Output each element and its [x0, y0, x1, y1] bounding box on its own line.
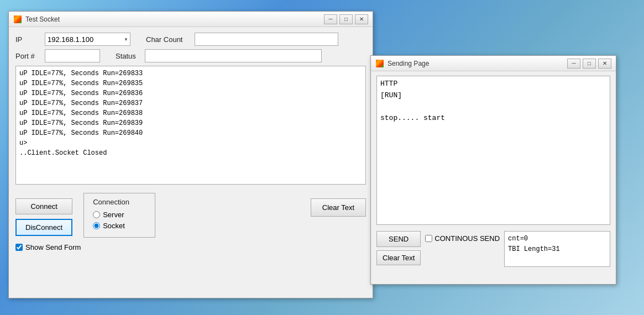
send-controls: SEND Clear Text CONTINOUS SEND cnt=0 TBI…: [376, 231, 610, 267]
sending-body: HTTP [RUN] stop..... start SEND Clear Te…: [371, 71, 616, 271]
test-socket-title: Test Socket: [25, 15, 324, 23]
test-socket-window: Test Socket ─ □ ✕ IP 192.168.1.100 127.0…: [8, 11, 373, 298]
disconnect-button[interactable]: DisConnect: [15, 219, 72, 236]
server-label: Server: [103, 211, 124, 219]
ip-row: IP 192.168.1.100 127.0.0.1 192.168.1.1 C…: [15, 33, 366, 46]
connection-title: Connection: [93, 198, 146, 206]
show-send-form-label[interactable]: Show Send Form: [15, 243, 366, 251]
sending-maximize-button[interactable]: □: [583, 59, 596, 69]
server-radio[interactable]: [93, 211, 100, 218]
clear-text-button[interactable]: Clear Text: [311, 198, 366, 217]
close-button[interactable]: ✕: [355, 14, 368, 24]
send-buttons-col: SEND Clear Text: [376, 231, 421, 265]
sending-close-button[interactable]: ✕: [598, 59, 611, 69]
connect-button[interactable]: Connect: [15, 198, 72, 214]
socket-radio[interactable]: [93, 222, 100, 229]
char-count-label: Char Count: [146, 35, 190, 44]
port-input[interactable]: 800: [45, 49, 100, 62]
ip-select[interactable]: 192.168.1.100 127.0.0.1 192.168.1.1: [45, 33, 130, 46]
send-button[interactable]: SEND: [376, 231, 421, 247]
status-input[interactable]: Connected, Remote IP=192.168.1.100:800: [145, 49, 322, 62]
test-socket-titlebar[interactable]: Test Socket ─ □ ✕: [9, 12, 373, 27]
sending-page-icon: [375, 59, 384, 68]
show-send-form-checkbox[interactable]: [15, 244, 23, 251]
char-count-input[interactable]: 232: [195, 33, 338, 46]
port-row: Port # 800 Status Connected, Remote IP=1…: [15, 49, 366, 62]
continous-send-checkbox[interactable]: [425, 235, 432, 242]
continous-send-label[interactable]: CONTINOUS SEND: [425, 234, 500, 243]
server-radio-label[interactable]: Server: [93, 211, 146, 219]
clear-text-wrapper: Clear Text: [311, 198, 366, 217]
send-info-box: cnt=0 TBI Length=31: [504, 231, 610, 267]
port-label: Port #: [15, 52, 40, 60]
minimize-button[interactable]: ─: [324, 14, 337, 24]
status-label: Status: [116, 52, 140, 60]
window-controls: ─ □ ✕: [324, 14, 368, 24]
send-textarea[interactable]: HTTP [RUN] stop..... start: [376, 76, 610, 225]
sending-window-controls: ─ □ ✕: [567, 59, 611, 69]
continous-send-text: CONTINOUS SEND: [434, 234, 500, 243]
continous-col: CONTINOUS SEND: [425, 232, 500, 243]
socket-radio-label[interactable]: Socket: [93, 222, 146, 230]
show-send-form-text: Show Send Form: [25, 243, 81, 251]
sending-clear-text-button[interactable]: Clear Text: [376, 250, 421, 265]
bottom-controls: Connect DisConnect Connection Server Soc…: [15, 193, 366, 238]
log-textarea[interactable]: uP IDLE=77%, Seconds Run=269833 uP IDLE=…: [15, 66, 366, 185]
test-socket-icon: [13, 15, 22, 24]
sending-page-title: Sending Page: [388, 60, 567, 67]
sending-minimize-button[interactable]: ─: [567, 59, 580, 69]
test-socket-body: IP 192.168.1.100 127.0.0.1 192.168.1.1 C…: [9, 27, 373, 257]
info-line2: TBI Length=31: [508, 244, 606, 255]
socket-label: Socket: [103, 222, 125, 230]
sending-page-window: Sending Page ─ □ ✕ HTTP [RUN] stop..... …: [370, 55, 616, 285]
info-line1: cnt=0: [508, 234, 606, 244]
maximize-button[interactable]: □: [339, 14, 353, 24]
ip-select-wrapper: 192.168.1.100 127.0.0.1 192.168.1.1: [45, 33, 130, 46]
ip-label: IP: [15, 35, 40, 44]
connect-buttons-col: Connect DisConnect: [15, 198, 72, 236]
connection-group: Connection Server Socket: [83, 193, 155, 238]
show-send-form-row: Show Send Form: [15, 243, 366, 251]
sending-page-titlebar[interactable]: Sending Page ─ □ ✕: [371, 56, 616, 71]
